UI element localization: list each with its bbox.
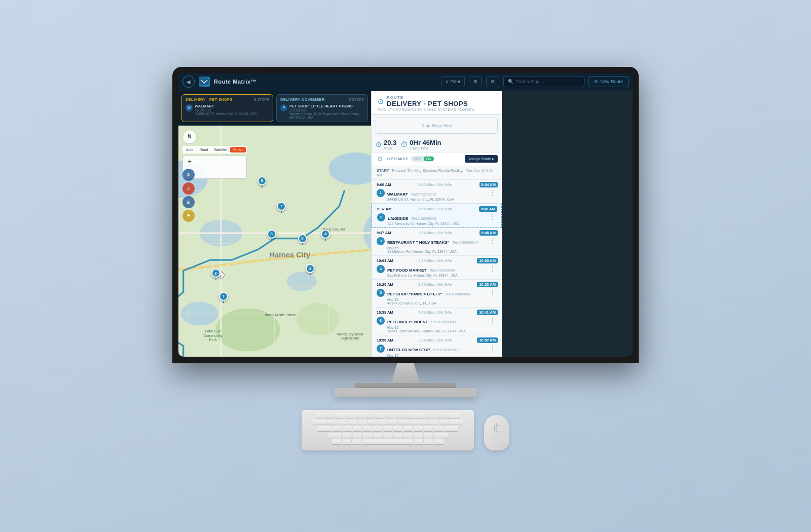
toggle-off-label[interactable]: OFF bbox=[412, 157, 424, 161]
key bbox=[388, 420, 397, 425]
back-button[interactable]: ◀ bbox=[182, 75, 195, 88]
key bbox=[424, 433, 433, 438]
map-flag-tool[interactable]: ⚑ bbox=[182, 210, 195, 222]
monitor-base-top bbox=[355, 383, 456, 388]
stop-1-miles: 1.68 Miles / 0Hr 4Min bbox=[418, 183, 452, 186]
key-caps bbox=[317, 426, 331, 431]
stop-7-content: 7 UNTITLED NEW STOP Ref.# 00009049 Nov 1… bbox=[377, 344, 498, 357]
svg-rect-0 bbox=[200, 79, 209, 85]
stop-row-6: 10:38 AM 1.43 Miles / 0Hr 3Min 10:41 AM … bbox=[372, 308, 502, 335]
keyboard[interactable] bbox=[302, 410, 474, 450]
stop-1-time-bar: 9:00 AM 1.68 Miles / 0Hr 4Min 9:04 AM bbox=[377, 182, 498, 187]
map-type-satellite[interactable]: Satellite bbox=[211, 147, 229, 153]
svg-text:Haines City: Haines City bbox=[269, 250, 311, 258]
stop-4-badge: 4 bbox=[377, 265, 385, 273]
stop-4-time-bar: 10:01 AM 2.37 Miles / 0Hr 4Min 10:05 AM bbox=[377, 258, 498, 263]
rp-stats: ⊙ 20.3 Miles ⏱ 0Hr 46Min bbox=[372, 137, 502, 153]
stop-2-content: 2 LAKESIDE Ref.# 00009051 116 Kentucky S… bbox=[377, 213, 497, 225]
filter-button[interactable]: ≡ Filter bbox=[441, 76, 465, 87]
miles-icon: ⊙ bbox=[376, 140, 382, 148]
map-location-tool[interactable]: ⊕ bbox=[182, 169, 195, 181]
map-pin-5[interactable]: 5 bbox=[298, 234, 307, 245]
stop-7-menu-icon[interactable]: ⋮ bbox=[488, 344, 498, 352]
map-type-auto[interactable]: Auto bbox=[183, 147, 196, 153]
settings-button[interactable]: ⚙ bbox=[486, 76, 499, 87]
zoom-in-button[interactable]: + bbox=[183, 156, 196, 167]
stop-5-menu-icon[interactable]: ⋮ bbox=[488, 288, 498, 296]
map-pin-8[interactable]: 8 bbox=[257, 176, 267, 187]
route-card-1[interactable]: DELIVERY - PET SHOPS 8 STOPS W WALMART 1… bbox=[181, 94, 273, 122]
map-type-terrain[interactable]: Terrain bbox=[230, 147, 246, 153]
stop-7-time-bar: 10:56 AM 0.81 Miles / 0Hr 1Min 10:57 AM bbox=[377, 337, 498, 343]
map-pin-3[interactable]: 3 bbox=[306, 264, 315, 275]
key bbox=[378, 420, 387, 425]
map-pin-1[interactable]: 1 bbox=[219, 292, 228, 303]
toggle-on-label[interactable]: ON bbox=[424, 157, 434, 161]
right-panel-header: ⊙ Route DELIVERY - PET SHOPS FACILITY FO… bbox=[372, 91, 502, 115]
pin-tail-4 bbox=[325, 239, 326, 241]
stop-7-badge: 7 bbox=[377, 345, 385, 353]
start-label: START bbox=[377, 168, 389, 173]
stop-info-1: WALMART 11/15/2022 34499 US-27, Haines C… bbox=[195, 104, 269, 116]
time-label: Travel Time bbox=[410, 146, 441, 150]
assign-route-button[interactable]: Assign Route ▸ bbox=[465, 155, 498, 163]
stop-1-badge: 1 bbox=[377, 189, 385, 197]
route-card-1-title: DELIVERY - PET SHOPS bbox=[186, 97, 233, 102]
stop-3-addr: 19 Melborn Rd, Haines City, FL 33844, US… bbox=[387, 250, 485, 253]
optimize-gear-icon[interactable]: ⚙ bbox=[376, 155, 385, 164]
key bbox=[373, 433, 382, 438]
stop-5-date: Nov 15 bbox=[387, 298, 485, 301]
stop-6-time-start: 10:38 AM bbox=[377, 310, 393, 315]
pin-circle-4: 4 bbox=[321, 230, 330, 239]
stop-3-miles: 4.51 Miles / 0Hr 9Min bbox=[418, 231, 452, 235]
start-row: START Forward Thinking Systems Florida F… bbox=[372, 166, 502, 180]
stop-7-time-start: 10:56 AM bbox=[377, 338, 393, 343]
map-pin-6[interactable]: 6 bbox=[267, 230, 276, 241]
optimize-button[interactable]: OPTIMIZE bbox=[387, 157, 409, 161]
key-ctrl bbox=[332, 439, 341, 444]
svg-text:High School: High School bbox=[341, 336, 358, 340]
key-ctrl-r bbox=[434, 439, 444, 444]
route-card-2[interactable]: DELIVERY NOVEMBER 3 STOPS P PET SHOP 'LI… bbox=[276, 94, 368, 122]
stop-7-ref: Ref.# 00009049 bbox=[433, 348, 459, 352]
stop-6-miles: 1.43 Miles / 0Hr 3Min bbox=[418, 311, 452, 314]
key-row-4 bbox=[306, 433, 470, 438]
stop-2-menu-icon[interactable]: ⋮ bbox=[487, 213, 497, 221]
map-alert-tool[interactable]: ⚠ bbox=[182, 182, 195, 195]
stop-7-miles: 0.81 Miles / 0Hr 1Min bbox=[418, 338, 452, 342]
key bbox=[403, 433, 413, 438]
stop-icon-2: P bbox=[280, 104, 287, 111]
optimize-toggle[interactable]: OFF ON bbox=[411, 156, 435, 162]
stop-addr-2: Wayne + Dixon, 1010 Wayne Ave, Silver Sp… bbox=[289, 112, 364, 119]
stop-5-name: PET SHOP "PAWS 4 LIFE- 2" bbox=[387, 292, 443, 296]
stop-4-menu-icon[interactable]: ⋮ bbox=[488, 264, 498, 273]
stop-6-content: 6 PETS INDEPENDENT Ref.# 00009041 Nov 15 bbox=[377, 316, 498, 333]
stop-3-menu-icon[interactable]: ⋮ bbox=[488, 237, 498, 245]
new-route-button[interactable]: ⊕ New Route bbox=[588, 76, 629, 87]
stop-4-miles: 2.37 Miles / 0Hr 4Min bbox=[418, 259, 452, 262]
stop-4-content: 4 PET FOOD MARKET Ref.# 00009043 811 Fol… bbox=[377, 264, 498, 277]
key-tab bbox=[312, 420, 326, 425]
stop-1-menu-icon[interactable]: ⋮ bbox=[488, 188, 498, 197]
map-pin-7[interactable]: 7 bbox=[277, 202, 286, 213]
key bbox=[343, 433, 352, 438]
stop-6-menu-icon[interactable]: ⋮ bbox=[488, 316, 498, 324]
drop-zone[interactable]: Drop Stops Here bbox=[376, 118, 498, 134]
monitor: ◀ Route Matrix™ ≡ bbox=[172, 67, 639, 397]
map-grid-tool[interactable]: ⊞ bbox=[182, 196, 195, 208]
stop-5-addr: 4C64+JC Haines City, FL, USA bbox=[387, 301, 485, 305]
top-nav: ◀ Route Matrix™ ≡ bbox=[178, 73, 633, 91]
mouse[interactable] bbox=[484, 415, 509, 450]
pin-tail-1 bbox=[223, 301, 224, 303]
search-input[interactable] bbox=[516, 79, 580, 84]
key bbox=[396, 413, 405, 418]
stop-4-ref: Ref.# 00009043 bbox=[430, 269, 455, 272]
key bbox=[355, 413, 364, 418]
map-pin-4[interactable]: 4 bbox=[321, 230, 330, 241]
key-shift-r bbox=[434, 433, 448, 438]
map-type-road[interactable]: Road bbox=[197, 147, 210, 153]
search-icon: 🔍 bbox=[508, 79, 513, 84]
stop-2-ref: Ref.# 00009051 bbox=[412, 217, 437, 220]
grid-button[interactable]: ⊞ bbox=[469, 76, 482, 87]
map-pin-2[interactable]: 2 bbox=[211, 269, 220, 280]
